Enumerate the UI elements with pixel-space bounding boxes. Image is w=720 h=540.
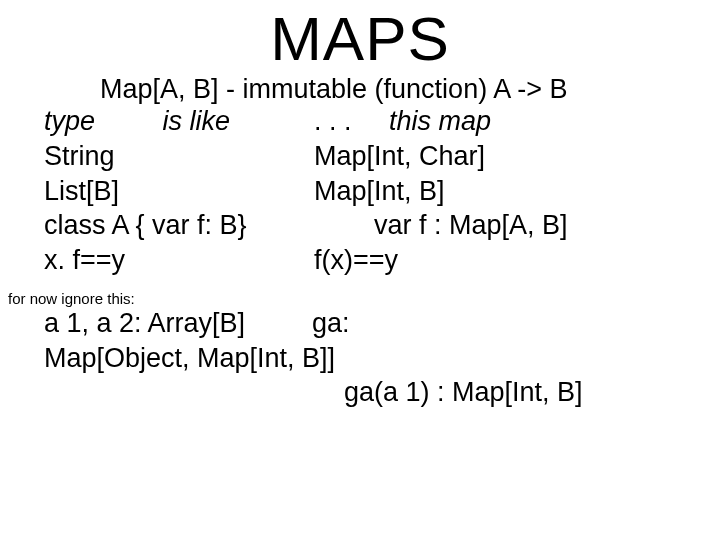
bottom-line2: Map[Object, Map[Int, B]] — [44, 341, 720, 376]
bottom-row: a 1, a 2: Array[B] ga: — [44, 306, 720, 341]
cell-right: . . . this map — [314, 104, 720, 139]
table-row: String Map[Int, Char] — [44, 139, 720, 174]
cell-right: Map[Int, B] — [314, 174, 720, 209]
bottom-line3: ga(a 1) : Map[Int, B] — [44, 375, 720, 410]
bottom-left: a 1, a 2: Array[B] — [44, 306, 312, 341]
cell-left: class A { var f: B} — [44, 208, 314, 243]
table-row: type is like . . . this map — [44, 104, 720, 139]
table-row: x. f==y f(x)==y — [44, 243, 720, 278]
cell-right: f(x)==y — [314, 243, 720, 278]
cell-left: List[B] — [44, 174, 314, 209]
footnote: for now ignore this: — [8, 291, 720, 306]
cell-left: type is like — [44, 104, 314, 139]
cell-right: Map[Int, Char] — [314, 139, 720, 174]
table-row: class A { var f: B} var f : Map[A, B] — [44, 208, 720, 243]
slide-subtitle: Map[A, B] - immutable (function) A -> B — [100, 75, 720, 103]
cell-right: var f : Map[A, B] — [314, 208, 720, 243]
slide: MAPS Map[A, B] - immutable (function) A … — [0, 6, 720, 540]
cell-left: x. f==y — [44, 243, 314, 278]
analogy-table: type is like . . . this map String Map[I… — [44, 104, 720, 277]
table-row: List[B] Map[Int, B] — [44, 174, 720, 209]
bottom-right: ga: — [312, 306, 720, 341]
bottom-block: a 1, a 2: Array[B] ga: Map[Object, Map[I… — [44, 306, 720, 410]
cell-left: String — [44, 139, 314, 174]
slide-title: MAPS — [0, 6, 720, 71]
